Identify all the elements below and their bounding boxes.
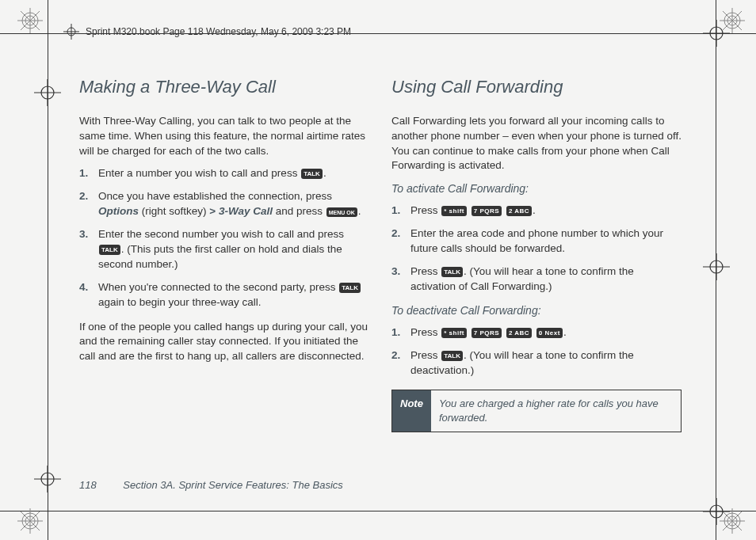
svg-point-6 xyxy=(727,16,737,25)
zero-key-icon: 0 Next xyxy=(536,328,563,338)
header-text: Sprint M320.book Page 118 Wednesday, May… xyxy=(86,25,351,39)
two-key-icon: 2 ABC xyxy=(506,206,532,216)
svg-line-23 xyxy=(723,511,742,530)
sunburst-icon xyxy=(17,8,43,33)
step-item: Enter the area code and phone number to … xyxy=(391,226,682,257)
talk-key-icon: TALK xyxy=(301,169,323,179)
svg-point-12 xyxy=(25,516,35,526)
deactivate-steps: Press * shift 7 PQRS 2 ABC 0 Next. Press… xyxy=(391,325,682,378)
svg-point-0 xyxy=(25,16,35,25)
svg-point-19 xyxy=(724,513,740,529)
crop-line-left xyxy=(48,0,48,540)
svg-point-38 xyxy=(710,505,723,518)
talk-key-icon: TALK xyxy=(339,283,361,293)
svg-line-10 xyxy=(723,11,742,30)
section-label: Section 3A. Sprint Service Features: The… xyxy=(123,479,342,491)
svg-point-13 xyxy=(22,513,38,529)
svg-point-1 xyxy=(22,13,38,29)
svg-line-22 xyxy=(723,511,742,530)
section-heading-three-way: Making a Three-Way Call xyxy=(79,75,369,100)
star-key-icon: * shift xyxy=(441,206,467,216)
step-item: Press TALK. (You will hear a tone to con… xyxy=(391,264,682,295)
svg-point-7 xyxy=(724,13,740,29)
subheading-activate: To activate Call Forwarding: xyxy=(391,181,682,197)
framemaker-header: Sprint M320.book Page 118 Wednesday, May… xyxy=(63,24,351,40)
talk-key-icon: TALK xyxy=(441,267,463,277)
section-heading-call-forwarding: Using Call Forwarding xyxy=(391,75,682,100)
note-box: Note You are charged a higher rate for c… xyxy=(391,390,682,432)
step-item: Once you have established the connection… xyxy=(79,189,369,219)
step-item: Press * shift 7 PQRS 2 ABC. xyxy=(391,203,682,219)
step-item: Enter a number you wish to call and pres… xyxy=(79,166,369,181)
sunburst-icon xyxy=(17,508,43,534)
svg-line-11 xyxy=(723,11,742,30)
note-label: Note xyxy=(392,390,431,432)
step-item: Enter the second number you wish to call… xyxy=(79,227,369,272)
page-number: 118 xyxy=(79,479,97,491)
svg-point-29 xyxy=(710,260,723,273)
registration-mark-icon xyxy=(63,24,79,40)
activate-steps: Press * shift 7 PQRS 2 ABC. Enter the ar… xyxy=(391,203,682,294)
step-item: Press TALK. (You will hear a tone to con… xyxy=(391,348,682,378)
talk-key-icon: TALK xyxy=(441,351,463,361)
menu-path: 3-Way Call xyxy=(216,205,273,217)
svg-line-5 xyxy=(21,11,40,30)
intro-paragraph: Call Forwarding lets you forward all you… xyxy=(391,114,682,174)
step-item: When you're connected to the second part… xyxy=(79,280,369,310)
svg-line-4 xyxy=(21,11,40,30)
registration-mark-icon xyxy=(703,498,730,525)
menu-ok-key-icon: MENU OK xyxy=(326,207,357,217)
right-column: Using Call Forwarding Call Forwarding le… xyxy=(391,75,682,432)
sunburst-icon xyxy=(720,8,745,33)
note-text: You are charged a higher rate for calls … xyxy=(431,390,681,432)
page-body: Making a Three-Way Call With Three-Way C… xyxy=(79,75,682,432)
crop-line-bottom xyxy=(0,511,756,511)
softkey-label: Options xyxy=(98,205,139,217)
talk-key-icon: TALK xyxy=(99,245,120,255)
sunburst-icon xyxy=(720,508,745,534)
star-key-icon: * shift xyxy=(441,328,467,338)
page-footer: 118 Section 3A. Sprint Service Features:… xyxy=(79,478,343,492)
outro-paragraph: If one of the people you called hangs up… xyxy=(79,320,369,365)
left-column: Making a Three-Way Call With Three-Way C… xyxy=(79,75,369,432)
three-way-steps: Enter a number you wish to call and pres… xyxy=(79,166,369,310)
step-item: Press * shift 7 PQRS 2 ABC 0 Next. xyxy=(391,325,682,340)
subheading-deactivate: To deactivate Call Forwarding: xyxy=(391,303,682,319)
intro-paragraph: With Three-Way Calling, you can talk to … xyxy=(79,114,369,159)
two-key-icon: 2 ABC xyxy=(506,328,532,338)
svg-line-16 xyxy=(21,511,40,530)
crop-line-right xyxy=(716,0,716,540)
svg-point-18 xyxy=(727,516,737,526)
registration-mark-icon xyxy=(703,253,730,280)
seven-key-icon: 7 PQRS xyxy=(472,206,502,216)
svg-line-17 xyxy=(21,511,40,530)
seven-key-icon: 7 PQRS xyxy=(472,328,502,338)
